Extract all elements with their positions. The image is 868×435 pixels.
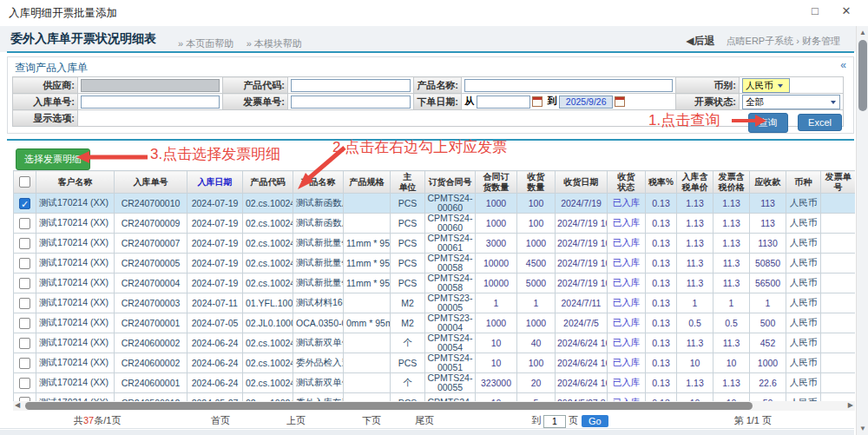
breadcrumb-module[interactable]: 财务管理 xyxy=(802,36,840,46)
close-icon[interactable]: ✕ xyxy=(838,4,854,17)
col-product-spec[interactable]: 产品规格 xyxy=(344,171,391,194)
table-row: 测试170214 (XX)CR2407000012024-07-0502.JL0… xyxy=(14,313,856,333)
scroll-down-icon[interactable]: ▼ xyxy=(857,425,868,432)
cell-inbound-price: 1 xyxy=(677,293,713,313)
row-checkbox[interactable] xyxy=(19,298,30,309)
next-page-link[interactable]: 下页 xyxy=(362,414,381,427)
col-tax-rate[interactable]: 税率% xyxy=(646,171,677,194)
row-checkbox[interactable]: ✓ xyxy=(19,198,30,209)
goto-page-input[interactable] xyxy=(543,415,566,428)
cell-contract-qty: 1000 xyxy=(476,313,517,333)
record-count-number: 37 xyxy=(83,415,94,425)
product-code-input[interactable] xyxy=(291,79,411,92)
col-inbound-no[interactable]: 入库单号 xyxy=(115,171,187,194)
col-status[interactable]: 收货 状态 xyxy=(608,171,646,194)
row-checkbox[interactable] xyxy=(19,258,30,269)
cell-inbound-date: 2024-05-27 xyxy=(187,393,243,401)
chevron-down-icon xyxy=(831,101,836,104)
cell-customer: 测试170214 (XX) xyxy=(36,254,115,274)
help-page-link[interactable]: » 本页面帮助 xyxy=(178,38,233,49)
cell-unit: 个 xyxy=(391,373,425,393)
help-module-link[interactable]: » 本模块帮助 xyxy=(247,38,302,49)
col-unit[interactable]: 主 单位 xyxy=(391,171,425,194)
calendar-icon[interactable] xyxy=(615,96,625,107)
col-customer[interactable]: 客户名称 xyxy=(36,171,115,194)
cell-inbound-date: 2024-07-11 xyxy=(187,293,243,313)
invoice-table: 客户名称入库单号入库日期产品代码产品名称产品规格主 单位订货合同号合同订 货数量… xyxy=(13,170,855,401)
col-contract-no[interactable]: 订货合同号 xyxy=(425,171,476,194)
cell-receivable: 56500 xyxy=(750,274,786,293)
collapse-icon[interactable]: « xyxy=(840,59,846,71)
cell-status: 已入库 xyxy=(608,373,646,393)
row-checkbox[interactable] xyxy=(19,378,30,389)
cell-product-code: 02.cs.100246 xyxy=(243,234,293,254)
first-page-link[interactable]: 首页 xyxy=(211,414,230,427)
cell-received-date: 2024/7/19 10 xyxy=(556,234,608,254)
go-button[interactable]: Go xyxy=(582,415,608,427)
cell-inbound-no: CR240700003 xyxy=(115,293,187,313)
page-info: 第 1/1 页 xyxy=(734,414,772,427)
cell-product-name: 测试新双单位 xyxy=(293,373,344,393)
record-count: 共37条/1页 xyxy=(74,414,121,427)
col-currency[interactable]: 币种 xyxy=(786,171,821,194)
back-button[interactable]: ◀后退 xyxy=(686,35,714,47)
currency-select[interactable]: 人民币 xyxy=(742,78,790,93)
scroll-right-icon[interactable]: ▶ xyxy=(848,401,853,409)
row-checkbox[interactable] xyxy=(19,278,30,289)
cell-receivable: 1000 xyxy=(750,353,786,373)
col-receivable[interactable]: 应收款 xyxy=(750,171,786,194)
col-inbound-price[interactable]: 入库含 税单价 xyxy=(677,171,713,194)
horizontal-scrollbar-thumb[interactable] xyxy=(25,402,753,410)
row-checkbox[interactable] xyxy=(19,238,30,249)
cell-customer: 测试170214 (XX) xyxy=(36,274,115,293)
cell-invoice-price: 10 xyxy=(713,353,750,373)
col-invoice-price[interactable]: 发票含 税价格 xyxy=(713,171,750,194)
inbound-no-input[interactable] xyxy=(81,96,220,109)
table-row: 测试170214 (XX)CR2406000022024-06-2402.cs.… xyxy=(14,353,856,373)
excel-button[interactable]: Excel xyxy=(798,114,842,131)
prev-page-link[interactable]: 上页 xyxy=(286,414,306,427)
cell-product-name: 测试新批量领 xyxy=(293,234,344,254)
maximize-icon[interactable]: □ xyxy=(807,4,823,17)
cell-inbound-date: 2024-07-05 xyxy=(187,313,243,333)
scroll-left-icon[interactable]: ◀ xyxy=(15,401,20,409)
col-select[interactable] xyxy=(14,171,36,194)
cell-contract-qty: 10 xyxy=(476,353,517,373)
page-header: 委外入库单开票状况明细表 » 本页面帮助 » 本模块帮助 ◀后退 点晴ERP子系… xyxy=(0,26,856,52)
record-count-suffix: 条/1页 xyxy=(94,415,121,425)
supplier-input[interactable] xyxy=(81,79,220,92)
cell-contract-qty: 1 xyxy=(476,293,517,313)
row-checkbox[interactable] xyxy=(19,318,30,329)
col-product-code[interactable]: 产品代码 xyxy=(243,171,293,194)
cell-receivable: 113 xyxy=(750,214,786,234)
select-all-checkbox[interactable] xyxy=(19,176,30,188)
col-inbound-date[interactable]: 入库日期 xyxy=(187,171,243,194)
date-to-input[interactable] xyxy=(559,96,613,109)
scroll-up-icon[interactable]: ▲ xyxy=(857,29,868,36)
cell-product-spec xyxy=(344,293,391,313)
cell-contract-no: CPMTS24-00055 xyxy=(425,373,476,393)
cell-product-code: 02.cs.100244 xyxy=(243,333,293,353)
calendar-icon[interactable] xyxy=(532,96,542,107)
table-row: 测试170214 (XX)CR2405000122024-05-2702.cs.… xyxy=(14,393,856,401)
row-checkbox[interactable] xyxy=(19,218,30,229)
arrow-left-icon xyxy=(76,151,148,163)
row-checkbox[interactable] xyxy=(19,358,30,369)
row-select-cell xyxy=(14,254,36,274)
vertical-scrollbar-thumb[interactable] xyxy=(858,40,867,111)
cell-currency: 人民币 xyxy=(786,373,821,393)
breadcrumb-system[interactable]: 点晴ERP子系统 xyxy=(727,36,794,46)
cell-product-code: 02.cs.100241 xyxy=(243,194,293,214)
last-page-link[interactable]: 尾页 xyxy=(415,414,434,427)
invoice-status-select[interactable]: 全部 xyxy=(742,95,840,109)
col-received-qty[interactable]: 收货 数量 xyxy=(517,171,556,194)
date-from-input[interactable] xyxy=(477,96,530,109)
row-checkbox[interactable] xyxy=(19,338,30,349)
col-contract-qty[interactable]: 合同订 货数量 xyxy=(476,171,517,194)
col-received-date[interactable]: 收货日期 xyxy=(556,171,608,194)
row-select-cell: ✓ xyxy=(14,194,36,214)
invoice-no-input[interactable] xyxy=(291,96,411,109)
product-name-input[interactable] xyxy=(464,79,673,92)
cell-product-code: 02.cs.100245 xyxy=(243,393,293,401)
col-invoice-no[interactable]: 发票单号 xyxy=(821,171,856,194)
